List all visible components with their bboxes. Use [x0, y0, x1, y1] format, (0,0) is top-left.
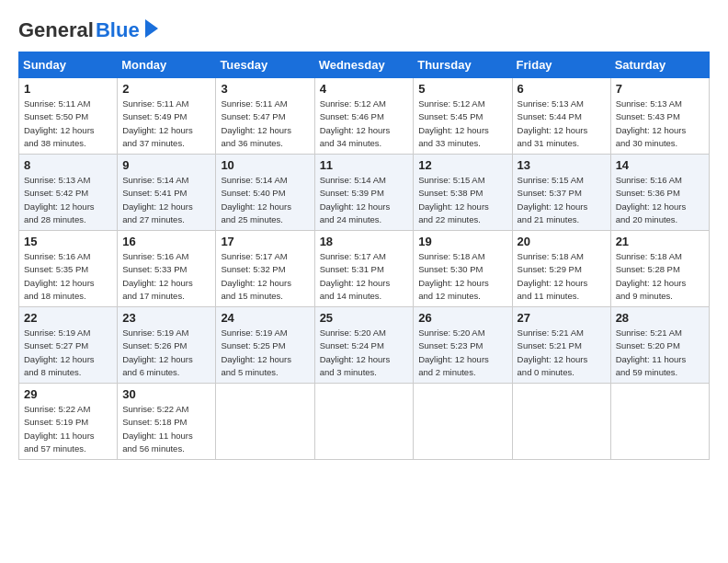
calendar-cell: 8Sunrise: 5:13 AMSunset: 5:42 PMDaylight…: [19, 155, 118, 231]
day-number: 1: [24, 82, 112, 96]
day-number: 20: [518, 235, 606, 248]
day-number: 21: [616, 235, 704, 248]
header-thursday: Thursday: [414, 52, 512, 78]
day-number: 15: [24, 235, 112, 248]
calendar-cell: 10Sunrise: 5:14 AMSunset: 5:40 PMDayligh…: [216, 155, 314, 231]
day-info: Sunrise: 5:12 AMSunset: 5:46 PMDaylight:…: [320, 98, 409, 150]
day-info: Sunrise: 5:11 AMSunset: 5:50 PMDaylight:…: [24, 98, 112, 150]
calendar-cell: 13Sunrise: 5:15 AMSunset: 5:37 PMDayligh…: [512, 155, 610, 231]
day-info: Sunrise: 5:14 AMSunset: 5:41 PMDaylight:…: [122, 174, 210, 226]
day-number: 24: [221, 311, 309, 325]
calendar-week-2: 8Sunrise: 5:13 AMSunset: 5:42 PMDaylight…: [19, 155, 710, 231]
calendar-cell: 30Sunrise: 5:22 AMSunset: 5:18 PMDayligh…: [118, 384, 216, 460]
calendar-cell: [314, 384, 414, 460]
day-info: Sunrise: 5:18 AMSunset: 5:30 PMDaylight:…: [418, 250, 506, 303]
logo-text: General Blue: [18, 18, 158, 42]
calendar-cell: 20Sunrise: 5:18 AMSunset: 5:29 PMDayligh…: [512, 231, 610, 307]
day-number: 29: [24, 387, 112, 401]
day-info: Sunrise: 5:21 AMSunset: 5:21 PMDaylight:…: [518, 327, 606, 379]
day-number: 13: [518, 158, 606, 172]
calendar-cell: 3Sunrise: 5:11 AMSunset: 5:47 PMDaylight…: [216, 78, 314, 155]
day-info: Sunrise: 5:20 AMSunset: 5:23 PMDaylight:…: [418, 327, 506, 379]
day-number: 5: [418, 82, 506, 96]
calendar-header-row: SundayMondayTuesdayWednesdayThursdayFrid…: [19, 52, 710, 78]
day-info: Sunrise: 5:13 AMSunset: 5:43 PMDaylight:…: [616, 98, 704, 150]
day-info: Sunrise: 5:18 AMSunset: 5:28 PMDaylight:…: [616, 250, 704, 303]
calendar-cell: [512, 384, 610, 460]
calendar-cell: 24Sunrise: 5:19 AMSunset: 5:25 PMDayligh…: [216, 307, 314, 384]
day-info: Sunrise: 5:20 AMSunset: 5:24 PMDaylight:…: [320, 327, 409, 379]
header-monday: Monday: [118, 52, 216, 78]
calendar-cell: 25Sunrise: 5:20 AMSunset: 5:24 PMDayligh…: [314, 307, 414, 384]
day-info: Sunrise: 5:11 AMSunset: 5:47 PMDaylight:…: [221, 98, 309, 150]
calendar-cell: 16Sunrise: 5:16 AMSunset: 5:33 PMDayligh…: [118, 231, 216, 307]
calendar-cell: 19Sunrise: 5:18 AMSunset: 5:30 PMDayligh…: [414, 231, 512, 307]
calendar-cell: 18Sunrise: 5:17 AMSunset: 5:31 PMDayligh…: [314, 231, 414, 307]
day-number: 16: [122, 235, 210, 248]
day-number: 26: [418, 311, 506, 325]
day-number: 3: [221, 82, 309, 96]
calendar-cell: 14Sunrise: 5:16 AMSunset: 5:36 PMDayligh…: [610, 155, 709, 231]
day-number: 14: [616, 158, 704, 172]
calendar-cell: 29Sunrise: 5:22 AMSunset: 5:19 PMDayligh…: [19, 384, 118, 460]
day-info: Sunrise: 5:19 AMSunset: 5:27 PMDaylight:…: [24, 327, 112, 379]
day-number: 6: [518, 82, 606, 96]
day-info: Sunrise: 5:22 AMSunset: 5:18 PMDaylight:…: [122, 403, 210, 455]
day-number: 11: [320, 158, 409, 172]
day-info: Sunrise: 5:19 AMSunset: 5:25 PMDaylight:…: [221, 327, 309, 379]
calendar-cell: 27Sunrise: 5:21 AMSunset: 5:21 PMDayligh…: [512, 307, 610, 384]
logo-blue: Blue: [96, 18, 140, 42]
calendar-cell: 21Sunrise: 5:18 AMSunset: 5:28 PMDayligh…: [610, 231, 709, 307]
day-number: 2: [122, 82, 210, 96]
day-info: Sunrise: 5:14 AMSunset: 5:39 PMDaylight:…: [320, 174, 409, 226]
day-number: 28: [616, 311, 704, 325]
calendar-cell: 4Sunrise: 5:12 AMSunset: 5:46 PMDaylight…: [314, 78, 414, 155]
day-number: 9: [122, 158, 210, 172]
day-number: 10: [221, 158, 309, 172]
logo: General Blue: [18, 18, 158, 42]
calendar-cell: 2Sunrise: 5:11 AMSunset: 5:49 PMDaylight…: [118, 78, 216, 155]
calendar-cell: 12Sunrise: 5:15 AMSunset: 5:38 PMDayligh…: [414, 155, 512, 231]
day-number: 22: [24, 311, 112, 325]
logo-general: General: [18, 18, 94, 42]
day-info: Sunrise: 5:15 AMSunset: 5:38 PMDaylight:…: [418, 174, 506, 226]
day-number: 27: [518, 311, 606, 325]
header-friday: Friday: [512, 52, 610, 78]
calendar-week-3: 15Sunrise: 5:16 AMSunset: 5:35 PMDayligh…: [19, 231, 710, 307]
day-info: Sunrise: 5:14 AMSunset: 5:40 PMDaylight:…: [221, 174, 309, 226]
calendar-cell: 7Sunrise: 5:13 AMSunset: 5:43 PMDaylight…: [610, 78, 709, 155]
calendar-cell: 15Sunrise: 5:16 AMSunset: 5:35 PMDayligh…: [19, 231, 118, 307]
calendar-cell: [610, 384, 709, 460]
calendar-table: SundayMondayTuesdayWednesdayThursdayFrid…: [18, 52, 710, 460]
day-info: Sunrise: 5:21 AMSunset: 5:20 PMDaylight:…: [616, 327, 704, 379]
day-number: 23: [122, 311, 210, 325]
day-info: Sunrise: 5:12 AMSunset: 5:45 PMDaylight:…: [418, 98, 506, 150]
day-info: Sunrise: 5:16 AMSunset: 5:35 PMDaylight:…: [24, 250, 112, 303]
calendar-cell: 1Sunrise: 5:11 AMSunset: 5:50 PMDaylight…: [19, 78, 118, 155]
day-info: Sunrise: 5:19 AMSunset: 5:26 PMDaylight:…: [122, 327, 210, 379]
day-number: 25: [320, 311, 409, 325]
day-info: Sunrise: 5:22 AMSunset: 5:19 PMDaylight:…: [24, 403, 112, 455]
calendar-cell: 6Sunrise: 5:13 AMSunset: 5:44 PMDaylight…: [512, 78, 610, 155]
calendar-week-1: 1Sunrise: 5:11 AMSunset: 5:50 PMDaylight…: [19, 78, 710, 155]
calendar-cell: 5Sunrise: 5:12 AMSunset: 5:45 PMDaylight…: [414, 78, 512, 155]
page-header: General Blue: [18, 18, 710, 42]
day-info: Sunrise: 5:17 AMSunset: 5:31 PMDaylight:…: [320, 250, 409, 303]
day-info: Sunrise: 5:15 AMSunset: 5:37 PMDaylight:…: [518, 174, 606, 226]
day-number: 30: [122, 387, 210, 401]
day-info: Sunrise: 5:17 AMSunset: 5:32 PMDaylight:…: [221, 250, 309, 303]
calendar-cell: 17Sunrise: 5:17 AMSunset: 5:32 PMDayligh…: [216, 231, 314, 307]
header-sunday: Sunday: [19, 52, 118, 78]
calendar-cell: 28Sunrise: 5:21 AMSunset: 5:20 PMDayligh…: [610, 307, 709, 384]
day-info: Sunrise: 5:13 AMSunset: 5:44 PMDaylight:…: [518, 98, 606, 150]
day-number: 17: [221, 235, 309, 248]
calendar-cell: 26Sunrise: 5:20 AMSunset: 5:23 PMDayligh…: [414, 307, 512, 384]
day-number: 8: [24, 158, 112, 172]
calendar-cell: 23Sunrise: 5:19 AMSunset: 5:26 PMDayligh…: [118, 307, 216, 384]
header-wednesday: Wednesday: [314, 52, 414, 78]
day-info: Sunrise: 5:16 AMSunset: 5:33 PMDaylight:…: [122, 250, 210, 303]
calendar-cell: [414, 384, 512, 460]
day-number: 7: [616, 82, 704, 96]
day-number: 12: [418, 158, 506, 172]
day-info: Sunrise: 5:18 AMSunset: 5:29 PMDaylight:…: [518, 250, 606, 303]
